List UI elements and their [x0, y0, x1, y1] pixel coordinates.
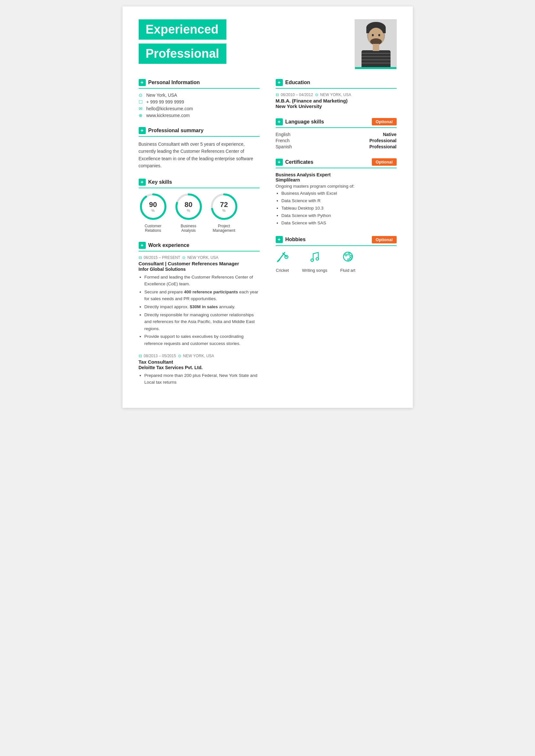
- svg-rect-10: [361, 53, 390, 54]
- bullet-1-5: Provide support to sales executives by c…: [145, 333, 260, 347]
- svg-rect-13: [361, 63, 390, 64]
- education-title: Education: [285, 80, 310, 85]
- left-column: + Personal Information ⊙ New York, USA ☐…: [139, 79, 272, 395]
- cert-bullet-4: Data Science with Python: [282, 212, 397, 220]
- work-icon: +: [139, 242, 146, 249]
- website-icon: ⊕: [139, 113, 144, 118]
- job-2-location: NEW YORK, USA: [183, 354, 214, 358]
- svg-point-5: [372, 34, 374, 37]
- music-icon: [308, 250, 322, 265]
- edu-meta: ⊟ 06/2010 – 04/2012 ⊙ NEW YORK, USA: [276, 93, 397, 97]
- edu-school: New York University: [276, 103, 397, 109]
- header-titles: Experienced Professional: [139, 19, 226, 64]
- lang-row-3: Spanish Professional: [276, 144, 397, 149]
- body-content: + Personal Information ⊙ New York, USA ☐…: [123, 79, 413, 408]
- certificates-section: + Certificates Optional Business Analysi…: [276, 158, 397, 227]
- certificates-optional-badge: Optional: [372, 158, 397, 166]
- summary-text: Business Consultant with over 5 years of…: [139, 141, 260, 170]
- svg-rect-9: [373, 44, 379, 51]
- education-header: + Education: [276, 79, 397, 89]
- job-2-title: Tax Consultant: [139, 359, 260, 364]
- lang-level-1: Native: [383, 132, 396, 137]
- languages-header: + Language skills Optional: [276, 118, 397, 128]
- location-item: ⊙ New York, USA: [139, 93, 260, 98]
- hobby-writing-songs: Writing songs: [302, 250, 328, 273]
- location-text: New York, USA: [146, 93, 177, 98]
- hobbies-title: Hobbies: [285, 237, 306, 242]
- education-icon: +: [276, 79, 283, 86]
- job-2-meta: ⊟ 08/2013 – 05/2015 ⊙ NEW YORK, USA: [139, 354, 260, 358]
- bullet-1-3: Directly impact approx. $30M in sales an…: [145, 303, 260, 310]
- cricket-label: Cricket: [276, 268, 289, 273]
- languages-icon: +: [276, 118, 283, 125]
- bullet-1-1: Formed and leading the Customer Referenc…: [145, 274, 260, 287]
- hobbies-row: Cricket Writing songs: [276, 250, 397, 273]
- work-title: Work experience: [148, 242, 190, 248]
- edu-degree: M.B.A. (Finance and Marketing): [276, 98, 397, 103]
- education-section: + Education ⊟ 06/2010 – 04/2012 ⊙ NEW YO…: [276, 79, 397, 109]
- bullet-1-4: Directly responsible for managing custom…: [145, 311, 260, 332]
- title-line2: Professional: [146, 47, 219, 60]
- skill-label-1: CustomerRelations: [145, 224, 161, 233]
- hobby-fluid-art: Fluid art: [340, 250, 355, 273]
- summary-title: Professional summary: [148, 128, 204, 133]
- website-text: www.kickresume.com: [146, 113, 190, 118]
- location-icon-1: ⊙: [182, 255, 185, 260]
- skill-value-1: 90 %: [149, 201, 157, 212]
- job-2-date: 08/2013 – 05/2015: [144, 354, 176, 358]
- lang-name-2: French: [276, 138, 290, 143]
- skill-circle-3: 72 %: [210, 192, 239, 221]
- email-item: ✉ hello@kickresume.com: [139, 106, 260, 111]
- job-1-location: NEW YORK, USA: [187, 255, 218, 260]
- skill-circle-1: 90 %: [139, 192, 168, 221]
- bullet-2-1: Prepared more than 200 plus Federal, New…: [145, 372, 260, 386]
- hobbies-icon: +: [276, 236, 283, 243]
- job-2-company: Deloitte Tax Services Pvt. Ltd.: [139, 365, 260, 370]
- email-text: hello@kickresume.com: [146, 106, 193, 111]
- cert-bullet-1: Business Analysis with Excel: [282, 190, 397, 197]
- lang-name-1: English: [276, 132, 291, 137]
- svg-point-30: [350, 255, 352, 257]
- languages-optional-badge: Optional: [372, 118, 397, 125]
- cert-title: Business Analysis Expert: [276, 172, 397, 177]
- cert-bullets: Business Analysis with Excel Data Scienc…: [276, 190, 397, 227]
- svg-point-29: [348, 253, 350, 255]
- phone-icon: ☐: [139, 99, 144, 104]
- lang-row-2: French Professional: [276, 138, 397, 143]
- calendar-icon-1: ⊟: [139, 255, 142, 260]
- location-icon: ⊙: [139, 93, 144, 98]
- hobbies-header-row: + Hobbies Optional: [276, 236, 397, 243]
- languages-table: English Native French Professional Spani…: [276, 132, 397, 149]
- website-item: ⊕ www.kickresume.com: [139, 113, 260, 118]
- writing-songs-label: Writing songs: [302, 268, 328, 273]
- profile-photo: [355, 19, 397, 69]
- personal-info-list: ⊙ New York, USA ☐ + 999 99 999 9999 ✉ he…: [139, 93, 260, 118]
- skill-label-2: BusinessAnalysis: [181, 224, 196, 233]
- cert-org: Simplilearn: [276, 177, 397, 182]
- palette-icon: [341, 250, 355, 265]
- bullet-1-2: Secure and prepare 400 reference partici…: [145, 288, 260, 302]
- svg-point-25: [311, 259, 313, 261]
- right-column: + Education ⊟ 06/2010 – 04/2012 ⊙ NEW YO…: [272, 79, 397, 395]
- skills-circles: 90 % CustomerRelations: [139, 192, 260, 233]
- title-block-1: Experienced: [139, 19, 226, 40]
- hobbies-optional-badge: Optional: [372, 236, 397, 243]
- cert-desc: Ongoing masters program comprising of:: [276, 184, 397, 189]
- skill-value-2: 80 %: [184, 201, 192, 212]
- job-1-meta: ⊟ 06/2015 – PRESENT ⊙ NEW YORK, USA: [139, 255, 260, 260]
- calendar-icon-2: ⊟: [139, 354, 142, 358]
- svg-rect-11: [361, 56, 390, 57]
- skills-header: + Key skills: [139, 178, 260, 188]
- title-block-2: Professional: [139, 43, 226, 64]
- job-2: ⊟ 08/2013 – 05/2015 ⊙ NEW YORK, USA Tax …: [139, 354, 260, 386]
- skill-label-3: ProjectManagement: [212, 224, 235, 233]
- skill-item-1: 90 % CustomerRelations: [139, 192, 168, 233]
- edu-location: NEW YORK, USA: [320, 93, 351, 97]
- certificates-header: + Certificates Optional: [276, 158, 397, 168]
- lang-row-1: English Native: [276, 132, 397, 137]
- svg-rect-12: [361, 59, 390, 60]
- languages-header-row: + Language skills Optional: [276, 118, 397, 125]
- edu-location-icon: ⊙: [315, 93, 318, 97]
- title-line1: Experienced: [146, 23, 219, 36]
- svg-point-6: [378, 34, 380, 37]
